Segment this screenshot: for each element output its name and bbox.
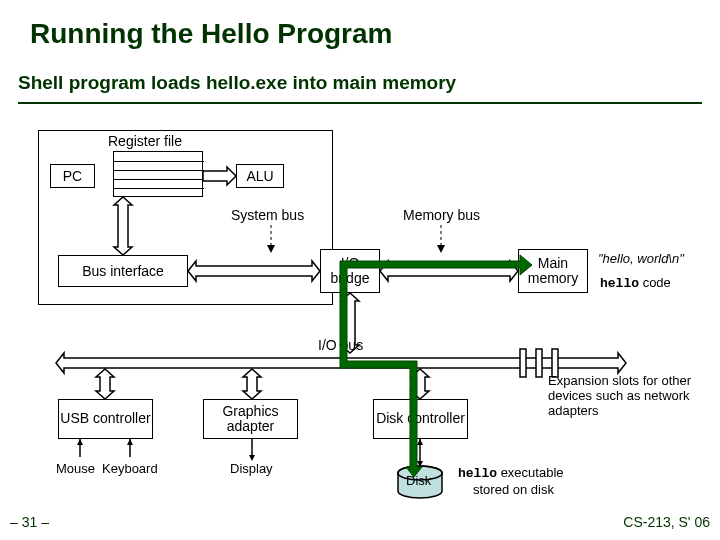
main-memory-box: Main memory <box>518 249 588 293</box>
alu-label: ALU <box>246 168 273 184</box>
footer-page-number: – 31 – <box>10 514 49 530</box>
disk-controller-box: Disk controller <box>373 399 468 439</box>
svg-marker-23 <box>417 439 423 445</box>
system-diagram: Register file PC ALU Bus interface Syste… <box>18 115 702 525</box>
svg-rect-10 <box>520 349 526 377</box>
svg-marker-3 <box>267 245 275 253</box>
page-title: Running the Hello Program <box>30 18 392 50</box>
hello-executable-text: hello executable <box>458 465 564 481</box>
bus-interface-label: Bus interface <box>82 263 164 279</box>
iobridge-memory-arrow <box>380 261 518 281</box>
keyboard-line <box>126 439 134 461</box>
keyboard-label: Keyboard <box>102 461 158 476</box>
display-line <box>248 439 256 461</box>
usb-connector-arrow <box>96 369 114 399</box>
hello-world-text: "hello, world\n" <box>598 251 684 266</box>
regfile-alu-arrow <box>203 167 236 185</box>
disk-label: Disk <box>406 473 431 488</box>
regfile-businterface-arrow <box>114 197 132 255</box>
svg-marker-13 <box>96 369 114 399</box>
register-file-label: Register file <box>108 133 182 149</box>
disk-line <box>416 439 424 467</box>
disk-controller-label: Disk controller <box>376 411 465 426</box>
graphics-connector-arrow <box>243 369 261 399</box>
stored-on-disk-text: stored on disk <box>473 482 554 497</box>
svg-marker-18 <box>243 369 261 399</box>
pc-label: PC <box>63 168 82 184</box>
hello-code-text: hello code <box>600 275 671 291</box>
svg-marker-6 <box>188 261 320 281</box>
svg-rect-11 <box>536 349 542 377</box>
footer-course-id: CS-213, S' 06 <box>623 514 710 530</box>
main-memory-label: Main memory <box>519 256 587 287</box>
io-bridge-label: I/O bridge <box>321 256 379 287</box>
system-bus-label: System bus <box>231 207 304 223</box>
code-suffix: code <box>639 275 671 290</box>
businterface-iobridge-arrow <box>188 261 320 281</box>
svg-marker-21 <box>411 369 429 399</box>
expansion-slots-text: Expansion slots for other devices such a… <box>548 373 698 418</box>
svg-marker-15 <box>77 439 83 445</box>
exec-suffix: executable <box>497 465 564 480</box>
usb-controller-label: USB controller <box>60 411 150 426</box>
io-bus-label: I/O bus <box>318 337 363 353</box>
page-subtitle: Shell program loads hello.exe into main … <box>18 72 456 94</box>
graphics-adapter-box: Graphics adapter <box>203 399 298 439</box>
usb-controller-box: USB controller <box>58 399 153 439</box>
bus-interface-box: Bus interface <box>58 255 188 287</box>
title-underline <box>18 102 702 104</box>
svg-marker-7 <box>380 261 518 281</box>
svg-marker-1 <box>114 197 132 255</box>
system-bus-dashed-arrow <box>266 225 276 253</box>
mouse-label: Mouse <box>56 461 95 476</box>
graphics-adapter-label: Graphics adapter <box>204 404 297 435</box>
disk-connector-arrow <box>411 369 429 399</box>
hello-exec-mono: hello <box>458 466 497 481</box>
memory-bus-dashed-arrow <box>436 225 446 253</box>
svg-marker-0 <box>203 167 236 185</box>
register-file-box <box>113 151 203 197</box>
svg-marker-5 <box>437 245 445 253</box>
alu-box: ALU <box>236 164 284 188</box>
mouse-line <box>76 439 84 461</box>
svg-marker-17 <box>127 439 133 445</box>
io-bridge-box: I/O bridge <box>320 249 380 293</box>
pc-box: PC <box>50 164 95 188</box>
memory-bus-label: Memory bus <box>403 207 480 223</box>
hello-mono: hello <box>600 276 639 291</box>
display-label: Display <box>230 461 273 476</box>
